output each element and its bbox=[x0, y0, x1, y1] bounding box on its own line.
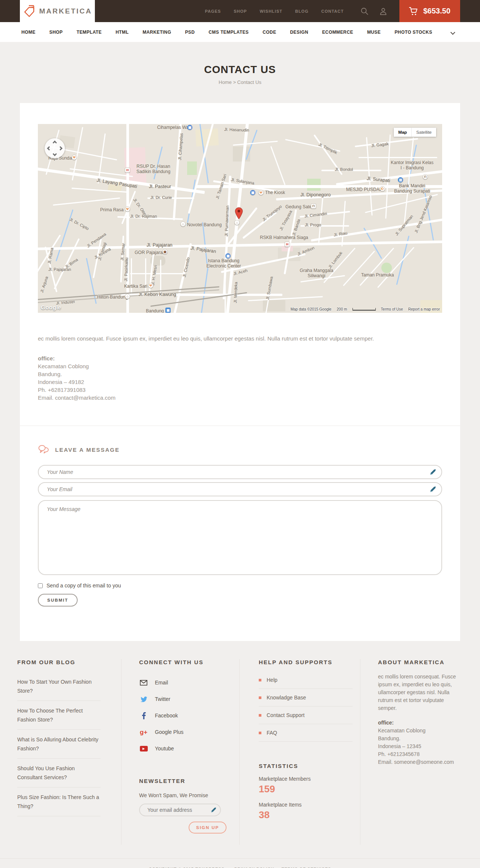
submit-button[interactable]: SUBMIT bbox=[38, 594, 78, 607]
breadcrumb: Home > Contact Us bbox=[0, 79, 480, 85]
map-road bbox=[318, 198, 323, 244]
breadcrumb-home-link[interactable]: Home bbox=[219, 79, 232, 85]
map-road bbox=[131, 258, 132, 296]
google-map[interactable]: Cihampelas WalkJl. HasanudinRaja SundaRS… bbox=[38, 124, 442, 313]
social-link[interactable]: Twitter bbox=[139, 691, 232, 707]
office-line: Indonesia – 49182 bbox=[38, 378, 442, 386]
signup-button[interactable]: SIGN UP bbox=[189, 822, 226, 834]
logo[interactable]: MARKETICA bbox=[20, 0, 95, 22]
restaurant-icon: Ψ bbox=[148, 283, 153, 288]
send-copy-label: Send a copy of this email to you bbox=[46, 583, 121, 589]
blog-post-link[interactable]: What is So Alluring About Celebrity Fash… bbox=[17, 730, 100, 759]
map-pan-control[interactable] bbox=[45, 138, 65, 158]
map-label: Jl. Gagak bbox=[371, 141, 389, 148]
social-link[interactable]: Facebook bbox=[139, 707, 232, 724]
main-nav-link[interactable]: CODE bbox=[262, 30, 276, 35]
main-nav-link[interactable]: MARKETING bbox=[142, 30, 171, 35]
help-label: Knowladge Base bbox=[267, 695, 306, 701]
map-label: Kantor Imigrasi Kelas I - Bandung bbox=[390, 160, 435, 171]
name-input[interactable] bbox=[38, 465, 442, 479]
map-label: Bandung bbox=[146, 308, 164, 313]
blog-post-link[interactable]: Plus Size Fashion: Is There Such a Thing… bbox=[17, 787, 100, 816]
help-link[interactable]: Help bbox=[259, 671, 352, 689]
main-nav-link[interactable]: PSD bbox=[185, 30, 195, 35]
satellite-button[interactable]: Satellite bbox=[412, 128, 436, 137]
footer: FROM OUR BLOG How To Start Your Own Fash… bbox=[17, 641, 463, 858]
google-logo: Google bbox=[41, 304, 62, 311]
transit-icon: ▣ bbox=[165, 308, 171, 313]
map-label: Jl. Dr. Cipto bbox=[69, 217, 90, 231]
footer-blog-column: FROM OUR BLOG How To Start Your Own Fash… bbox=[17, 659, 121, 845]
map-label: Jl. Pajajaran bbox=[147, 242, 172, 248]
main-nav-link[interactable]: HOME bbox=[21, 30, 36, 35]
help-link[interactable]: Knowladge Base bbox=[259, 689, 352, 707]
newsletter-email-input[interactable] bbox=[139, 804, 221, 816]
send-copy-checkbox[interactable] bbox=[38, 583, 43, 588]
blog-post-link[interactable]: How To Choose The Perfect Fashion Store? bbox=[17, 701, 100, 730]
stat-value: 38 bbox=[259, 809, 352, 821]
top-nav-link[interactable]: WISHLIST bbox=[260, 9, 282, 13]
social-link[interactable]: g+ Google Plus bbox=[139, 724, 232, 740]
breadcrumb-current: Contact Us bbox=[237, 79, 261, 85]
office-line: Indonesia – 12345 bbox=[378, 743, 463, 750]
main-nav-link[interactable]: ECOMMERCE bbox=[322, 30, 353, 35]
map-label: Jl. Bondol bbox=[335, 167, 353, 172]
map-label: Jl. Cicendo bbox=[182, 257, 190, 278]
main-nav-link[interactable]: TEMPLATE bbox=[76, 30, 102, 35]
about-office-block: office: Kecamatan CoblongBandung.Indones… bbox=[378, 719, 463, 766]
pen-icon bbox=[211, 807, 216, 813]
cart-button[interactable]: $653.50 bbox=[399, 0, 460, 22]
main-nav-link[interactable]: MUSE bbox=[367, 30, 381, 35]
top-nav-link[interactable]: SHOP bbox=[234, 9, 247, 13]
main-nav-link[interactable]: HTML bbox=[116, 30, 129, 35]
hospital-icon: H bbox=[285, 242, 290, 247]
footer-help-column: HELP AND SUPPORTS Help Knowladge Base Co… bbox=[239, 659, 360, 845]
statistics-heading: STATISTICS bbox=[259, 763, 352, 769]
top-nav-link[interactable]: BLOG bbox=[295, 9, 309, 13]
social-link[interactable]: ▶ Youtube bbox=[139, 740, 232, 757]
social-label: Google Plus bbox=[155, 729, 183, 735]
map-label: Jl. Arjuna bbox=[39, 276, 49, 293]
chevron-down-icon[interactable] bbox=[450, 30, 455, 34]
blog-post-link[interactable]: Should You Use Fashion Consultant Servic… bbox=[17, 759, 100, 787]
blog-post-link[interactable]: How To Start Your Own Fashion Store? bbox=[17, 672, 100, 701]
map-marker-icon[interactable] bbox=[235, 207, 243, 220]
map-label: MESJID PUSDAI bbox=[346, 187, 381, 192]
top-nav-link[interactable]: CONTACT bbox=[321, 9, 344, 13]
office-line: Bandung. bbox=[38, 370, 442, 378]
pan-right-icon bbox=[58, 146, 62, 150]
social-label: Facebook bbox=[155, 713, 178, 719]
main-nav-link[interactable]: CMS TEMPLATES bbox=[208, 30, 249, 35]
youtube-icon: ▶ bbox=[140, 746, 148, 751]
terms-of-use-link[interactable]: Terms of Use bbox=[381, 307, 403, 311]
main-nav-link[interactable]: PHOTO STOCKS bbox=[394, 30, 432, 35]
map-label: Hilton Bandung bbox=[97, 294, 128, 300]
page-title: CONTACT US bbox=[0, 64, 480, 76]
pen-icon bbox=[430, 469, 436, 475]
social-link[interactable]: Email bbox=[139, 674, 232, 691]
map-button[interactable]: Map bbox=[394, 128, 412, 137]
message-textarea[interactable] bbox=[38, 500, 442, 575]
top-nav-link[interactable]: PAGES bbox=[205, 9, 221, 13]
office-line: Bandung. bbox=[378, 735, 463, 743]
twitter-icon bbox=[140, 696, 147, 702]
map-patch bbox=[381, 263, 392, 273]
office-line: Kecamatan Coblong bbox=[378, 727, 463, 735]
shopping-icon: ▣ bbox=[250, 190, 255, 195]
report-map-error-link[interactable]: Report a map error bbox=[408, 307, 440, 311]
map-road bbox=[53, 197, 120, 206]
stat-value: 159 bbox=[259, 783, 352, 795]
bottom-bar: COPYRIGHT © 2015 TOKOPRESS PRIVACY POLIC… bbox=[0, 858, 480, 868]
help-link[interactable]: Contact Support bbox=[259, 707, 352, 724]
email-input[interactable] bbox=[38, 482, 442, 496]
map-label: Jl. Pasteur bbox=[149, 184, 171, 189]
search-icon[interactable] bbox=[360, 7, 369, 15]
user-icon[interactable] bbox=[379, 7, 387, 15]
top-nav: PAGESSHOPWISHLISTBLOGCONTACT bbox=[205, 9, 344, 13]
main-nav-link[interactable]: DESIGN bbox=[290, 30, 308, 35]
map-label: Jl. Ambon bbox=[297, 245, 315, 256]
help-link[interactable]: FAQ bbox=[259, 724, 352, 742]
map-label: Bank Mandiri Bandung Surapati bbox=[390, 183, 435, 194]
map-road bbox=[225, 284, 226, 313]
main-nav-link[interactable]: SHOP bbox=[50, 30, 63, 35]
